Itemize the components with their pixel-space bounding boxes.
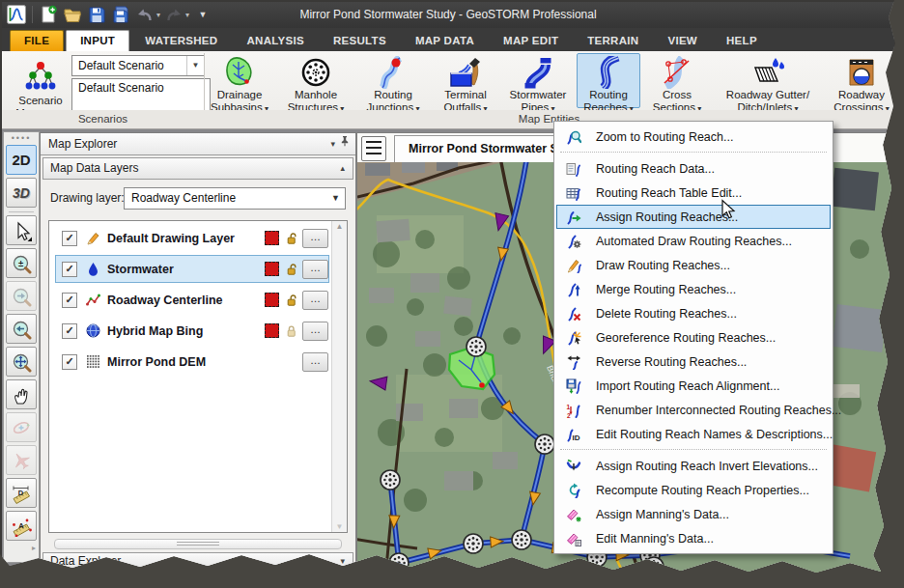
- menu-item-reverse-routing-reaches[interactable]: Reverse Routing Reaches...: [556, 350, 831, 374]
- menu-item-routing-reach-table-edit[interactable]: Routing Reach Table Edit...: [556, 181, 831, 205]
- pan-tool-button[interactable]: [6, 379, 37, 409]
- pin-icon[interactable]: [340, 135, 350, 147]
- drawing-layer-select[interactable]: Roadway Centerline ▼: [124, 187, 346, 210]
- collapse-icon[interactable]: ▴: [340, 158, 345, 178]
- layer-visibility-checkbox[interactable]: ✓: [62, 323, 77, 339]
- menu-item-label: Zoom to Routing Reach...: [590, 130, 733, 144]
- menu-item-recompute-routing-reach-properties[interactable]: Recompute Routing Reach Properties...: [556, 478, 831, 502]
- routing-reaches-button[interactable]: Routing Reaches ▾: [577, 53, 640, 108]
- roadway-crossings-button[interactable]: Roadway Crossings ▾: [824, 53, 899, 108]
- selection-color-swatch-icon[interactable]: [265, 262, 279, 276]
- zoom-back-tool-button[interactable]: [6, 314, 37, 344]
- roadway-gutter-button[interactable]: Roadway Gutter/ Ditch/Inlets ▾: [714, 53, 822, 108]
- measure-distance-tool-button[interactable]: D: [6, 478, 37, 508]
- layer-row-hybrid-map-bing[interactable]: ✓Hybrid Map Bing…: [55, 317, 329, 345]
- selection-color-swatch-icon[interactable]: [265, 323, 279, 338]
- menu-item-assign-routing-reaches[interactable]: Assign Routing Reaches...: [556, 205, 831, 229]
- view-3d-button[interactable]: 3D: [6, 178, 37, 208]
- selection-color-swatch-icon[interactable]: [265, 293, 279, 307]
- tab-input[interactable]: INPUT: [66, 30, 129, 51]
- tab-watershed[interactable]: WATERSHED: [131, 31, 231, 51]
- menu-item-merge-routing-reaches[interactable]: Merge Routing Reaches...: [556, 277, 831, 301]
- hamburger-menu-icon[interactable]: [361, 136, 386, 161]
- layer-row-default-drawing-layer[interactable]: ✓Default Drawing Layer…: [55, 224, 329, 252]
- locked-icon[interactable]: [284, 324, 298, 338]
- menu-item-zoom-to-routing-reach[interactable]: Zoom to Routing Reach...: [556, 125, 831, 149]
- tab-map-data[interactable]: MAP DATA: [402, 31, 488, 51]
- drainage-subbasins-button[interactable]: Drainage Subbasins ▾: [204, 53, 275, 108]
- layer-row-roadway-centerline[interactable]: ✓Roadway Centerline…: [55, 286, 329, 314]
- cross-sections-button[interactable]: Cross Sections ▾: [642, 53, 712, 108]
- selection-color-swatch-icon[interactable]: [265, 231, 279, 245]
- tab-help[interactable]: HELP: [713, 31, 771, 51]
- chevron-down-icon[interactable]: ▾: [330, 139, 335, 149]
- zoom-in-out-tool-button[interactable]: ±: [6, 248, 37, 278]
- menu-item-assign-routing-reach-invert-elevations[interactable]: Assign Routing Reach Invert Elevations..…: [556, 454, 831, 478]
- zoom-extents-tool-button[interactable]: [6, 347, 37, 377]
- menu-item-georeference-routing-reaches[interactable]: Georeference Routing Reaches...: [556, 325, 831, 350]
- reach-recompute-icon: [557, 483, 590, 498]
- ribbon-tab-bar: FILEINPUTWATERSHEDANALYSISRESULTSMAP DAT…: [2, 28, 894, 51]
- menu-item-automated-draw-routing-reaches[interactable]: Automated Draw Routing Reaches...: [556, 229, 831, 253]
- chevron-down-icon[interactable]: ▼: [186, 56, 204, 75]
- unlocked-icon[interactable]: [284, 263, 298, 276]
- data-explorer-header[interactable]: Data Explorer ▾: [42, 552, 353, 571]
- layer-visibility-checkbox[interactable]: ✓: [62, 262, 77, 277]
- menu-item-edit-manning-s-data[interactable]: Edit Manning's Data...: [556, 526, 831, 550]
- layer-options-button[interactable]: …: [302, 229, 328, 248]
- menu-item-draw-routing-reaches[interactable]: Draw Routing Reaches...: [556, 253, 831, 277]
- layer-options-button[interactable]: …: [302, 260, 328, 279]
- select-tool-button[interactable]: [6, 215, 37, 245]
- tab-view[interactable]: VIEW: [654, 31, 711, 51]
- menu-item-assign-manning-s-data[interactable]: Assign Manning's Data...: [556, 502, 831, 526]
- flyover-tool-button: [6, 445, 37, 475]
- layer-list: ✓Default Drawing Layer…✓Stormwater…✓Road…: [48, 220, 348, 533]
- toolbar-overflow-icon[interactable]: ▸: [32, 544, 36, 552]
- layer-visibility-checkbox[interactable]: ✓: [62, 293, 77, 308]
- tab-analysis[interactable]: ANALYSIS: [233, 31, 318, 51]
- dem-grid-icon: [84, 354, 101, 369]
- layer-visibility-checkbox[interactable]: ✓: [62, 231, 77, 246]
- routing-junctions-button[interactable]: Routing Junctions ▾: [356, 53, 430, 108]
- menu-item-delete-routing-reaches[interactable]: Delete Routing Reaches...: [556, 301, 831, 325]
- scenario-name-field[interactable]: Default Scenario: [71, 78, 211, 113]
- stormwater-pipes-button[interactable]: Stormwater Pipes ▾: [501, 53, 575, 108]
- menu-item-renumber-interconnected-routing-reaches[interactable]: 12Renumber Interconnected Routing Reache…: [556, 398, 831, 422]
- layer-list-scrollbar[interactable]: ▲ ▼: [331, 221, 347, 532]
- scroll-down-icon[interactable]: ▼: [332, 522, 347, 531]
- tab-map-edit[interactable]: MAP EDIT: [490, 31, 572, 51]
- reach-pencil-icon: [557, 258, 590, 273]
- scenario-select[interactable]: Default Scenario ▼: [71, 55, 205, 76]
- zoom-forward-tool-button: [6, 281, 37, 311]
- roadway-gutter-icon: [751, 56, 784, 89]
- layer-options-button[interactable]: …: [302, 291, 328, 310]
- svg-text:ID: ID: [573, 433, 580, 441]
- menu-item-edit-routing-reach-names-descriptions[interactable]: IDEdit Routing Reach Names & Description…: [556, 422, 831, 446]
- layer-visibility-checkbox[interactable]: ✓: [62, 354, 77, 370]
- map-explorer-header[interactable]: Map Explorer ▾: [41, 133, 355, 155]
- unlocked-icon[interactable]: [284, 232, 298, 245]
- chevron-down-icon[interactable]: ▼: [331, 188, 340, 209]
- menu-item-import-routing-reach-alignment[interactable]: Import Routing Reach Alignment...: [556, 374, 831, 398]
- terminal-outfalls-button[interactable]: Terminal Outfalls ▾: [432, 53, 499, 108]
- measure-area-tool-button[interactable]: A: [6, 511, 37, 541]
- scroll-up-icon[interactable]: ▲: [332, 222, 347, 231]
- tab-results[interactable]: RESULTS: [320, 31, 400, 51]
- unlocked-icon[interactable]: [284, 294, 298, 307]
- tab-terrain[interactable]: TERRAIN: [574, 31, 652, 51]
- toolbar-grip[interactable]: ••••: [12, 134, 32, 142]
- layer-row-stormwater[interactable]: ✓Stormwater…: [55, 255, 329, 283]
- layer-options-button[interactable]: …: [302, 322, 328, 341]
- layer-options-button[interactable]: …: [302, 352, 328, 372]
- menu-item-routing-reach-data[interactable]: Routing Reach Data...: [556, 156, 831, 181]
- panel-splitter[interactable]: [54, 539, 342, 549]
- view-2d-button[interactable]: 2D: [6, 145, 37, 175]
- manhole-structures-button[interactable]: Manhole Structures ▾: [277, 53, 354, 108]
- tab-file[interactable]: FILE: [10, 30, 64, 51]
- terminal-outfalls-icon: [449, 56, 482, 89]
- reach-reverse-icon: [557, 354, 590, 370]
- map-data-layers-header[interactable]: Map Data Layers ▴: [42, 157, 353, 180]
- chevron-down-icon[interactable]: ▾: [340, 553, 345, 569]
- map-entities-group: Drainage Subbasins ▾Manhole Structures ▾…: [203, 51, 904, 110]
- layer-row-mirror-pond-dem[interactable]: ✓Mirror Pond DEM…: [55, 348, 329, 376]
